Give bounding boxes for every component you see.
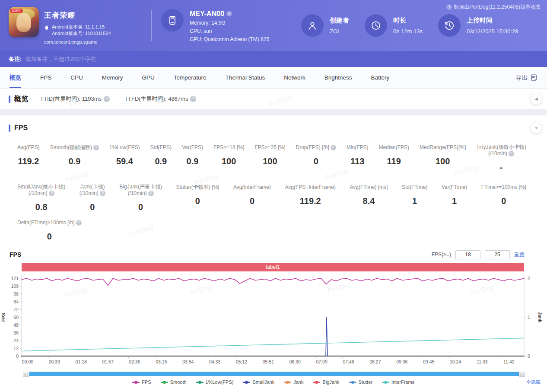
legend-marker bbox=[161, 382, 168, 383]
collect-note-text: 数据由PerfDog(11.2.250408)版本收集 bbox=[454, 3, 541, 11]
section-accent bbox=[9, 96, 10, 103]
threshold-input-high[interactable] bbox=[485, 250, 510, 259]
metric-help-icon[interactable]: ? bbox=[509, 151, 514, 156]
y-axis-tick: 84 bbox=[13, 299, 19, 304]
x-axis-tick: 03:15 bbox=[156, 359, 167, 364]
header-divider bbox=[151, 10, 152, 41]
metric-value: 0 bbox=[250, 196, 254, 206]
metric-label: Jank(卡顿) bbox=[80, 184, 105, 190]
metric-help-icon[interactable]: ? bbox=[76, 220, 82, 226]
chart-legend: FPSSmooth1%Low(FPS)SmallJankJankBigJankS… bbox=[0, 379, 547, 385]
legend-item-interframe[interactable]: InterFrame bbox=[382, 379, 415, 385]
legend-marker bbox=[313, 382, 320, 383]
ttfd-help-icon[interactable]: ? bbox=[190, 96, 196, 102]
metric-item: SmallJank(微小卡顿)(/10min)?0.8 bbox=[17, 184, 65, 212]
metric-item: Delta(FTime)>100ms [/h]?0 bbox=[17, 219, 82, 242]
legend-label: InterFrame bbox=[391, 379, 415, 385]
export-label: 导出 bbox=[516, 74, 528, 82]
export-icon bbox=[530, 74, 537, 81]
metric-item: FTime>=100ms [%]0 bbox=[481, 184, 526, 212]
slider-track[interactable] bbox=[29, 372, 519, 376]
tab-概览[interactable]: 概览 bbox=[10, 67, 21, 88]
export-button[interactable]: 导出 bbox=[516, 74, 537, 82]
legend-item-bigjank[interactable]: BigJank bbox=[313, 379, 339, 385]
tab-battery[interactable]: Battery bbox=[371, 67, 389, 88]
tab-memory[interactable]: Memory bbox=[102, 67, 123, 88]
legend-item-stutter[interactable]: Stutter bbox=[349, 379, 372, 385]
remark-input[interactable] bbox=[25, 56, 198, 62]
metric-value: 0 bbox=[138, 202, 143, 212]
metric-label: Var(FTime) bbox=[442, 184, 467, 191]
tab-network[interactable]: Network bbox=[284, 67, 305, 88]
tab-gpu[interactable]: GPU bbox=[142, 67, 155, 88]
legend-item-fps[interactable]: FPS bbox=[132, 379, 151, 385]
metric-help-icon[interactable]: ? bbox=[49, 191, 54, 196]
metric-value: 0 bbox=[501, 196, 506, 206]
app-icon-badge: 10周年 bbox=[10, 9, 23, 13]
metric-value: - bbox=[500, 163, 503, 172]
metric-value: 0.9 bbox=[155, 156, 167, 166]
metric-value: 119.2 bbox=[300, 196, 321, 206]
remark-label: 备注: bbox=[9, 55, 22, 63]
legend-item-jank[interactable]: Jank bbox=[284, 379, 303, 385]
metric-label: Delta(FTime)>100ms [/h]? bbox=[17, 220, 82, 226]
tab-temperature[interactable]: Temperature bbox=[174, 67, 207, 88]
android-version-name: Android版本名: 11.1.1.15 bbox=[52, 24, 111, 30]
tab-brightness[interactable]: Brightness bbox=[324, 67, 352, 88]
metric-label: SmallJank(微小卡顿) bbox=[17, 184, 65, 190]
remark-bar: 备注: bbox=[0, 51, 547, 67]
device-memory: Memory: 14.9G bbox=[190, 20, 269, 26]
metric-label: FPS>=18 [%] bbox=[213, 144, 244, 151]
x-axis-tick: 05:51 bbox=[263, 359, 274, 364]
chevron-down-icon: ▾ bbox=[535, 126, 537, 130]
duration-value: 0h 12m 13s bbox=[393, 28, 423, 35]
x-axis-tick: 01:18 bbox=[76, 359, 87, 364]
tab-bar: 概览FPSCPUMemoryGPUTemperatureThermal Stat… bbox=[0, 67, 547, 89]
device-block: MEY-AN00 i Memory: 14.9G CPU: sun GPU: Q… bbox=[161, 9, 269, 42]
metric-value: 8.4 bbox=[363, 196, 375, 206]
info-icon: i bbox=[446, 4, 452, 10]
ttid-help-icon[interactable]: ? bbox=[104, 96, 110, 102]
metric-help-icon[interactable]: ? bbox=[331, 145, 336, 150]
metric-label: Std(FTime) bbox=[402, 184, 428, 191]
legend-marker bbox=[132, 382, 140, 383]
android-version-code: Android版本号: 1101011504 bbox=[52, 30, 111, 37]
app-title: 王者荣耀 bbox=[44, 10, 111, 20]
clock-icon bbox=[365, 14, 387, 37]
upload-value: 03/12/2025 15:30:28 bbox=[467, 28, 518, 35]
slider-handle-right[interactable]: ||| bbox=[519, 371, 525, 377]
right-axis-label: Jank bbox=[537, 312, 543, 322]
tab-cpu[interactable]: CPU bbox=[70, 67, 83, 88]
threshold-input-low[interactable] bbox=[455, 250, 480, 259]
metric-help-icon[interactable]: ? bbox=[93, 145, 99, 150]
overview-collapse-button[interactable]: ◀ bbox=[531, 93, 542, 105]
hide-all-button[interactable]: 全隐藏 bbox=[526, 379, 541, 386]
overview-title: 概览 bbox=[14, 95, 28, 104]
tab-thermal-status[interactable]: Thermal Status bbox=[226, 67, 265, 88]
slider-handle-left[interactable]: ||| bbox=[23, 371, 29, 377]
device-info-icon[interactable]: i bbox=[226, 11, 232, 16]
app-info-block: 10周年 王者荣耀 Android版本名: 11.1.1.15 Android版… bbox=[9, 7, 151, 45]
x-axis-tick: 05:12 bbox=[236, 359, 247, 364]
metric-help-icon[interactable]: ? bbox=[100, 191, 105, 196]
y-axis-tick: 96 bbox=[13, 291, 19, 296]
metric-item: 1%Low(FPS)59.4 bbox=[109, 144, 140, 172]
fps-collapse-button[interactable]: ▾ bbox=[531, 122, 542, 134]
metric-value: 113 bbox=[350, 156, 364, 166]
tab-fps[interactable]: FPS bbox=[40, 67, 51, 88]
legend-item-smooth[interactable]: Smooth bbox=[161, 379, 187, 385]
series-FPS bbox=[22, 278, 524, 285]
legend-item-smalljank[interactable]: SmallJank bbox=[243, 379, 274, 385]
legend-item-1-low-fps-[interactable]: 1%Low(FPS) bbox=[196, 379, 234, 385]
metric-label: Smooth(稳帧指数)? bbox=[50, 144, 99, 151]
metric-label: Median(FPS) bbox=[378, 144, 409, 151]
metric-value: 0.9 bbox=[68, 156, 80, 166]
y-axis-tick: 12 bbox=[13, 346, 19, 351]
right-axis-tick: 2 bbox=[528, 276, 530, 281]
metric-label: Avg(FPS+InterFrame) bbox=[285, 184, 335, 191]
reset-button[interactable]: 重置 bbox=[514, 251, 525, 258]
fps-chart-svg[interactable]: PerfDogPerfDogPerfDogPerfDog121109968472… bbox=[0, 271, 547, 368]
metric-help-icon[interactable]: ? bbox=[148, 191, 154, 196]
chart-range-slider: ||| ||| bbox=[23, 371, 525, 377]
metric-label: Avg(FPS) bbox=[17, 144, 40, 151]
